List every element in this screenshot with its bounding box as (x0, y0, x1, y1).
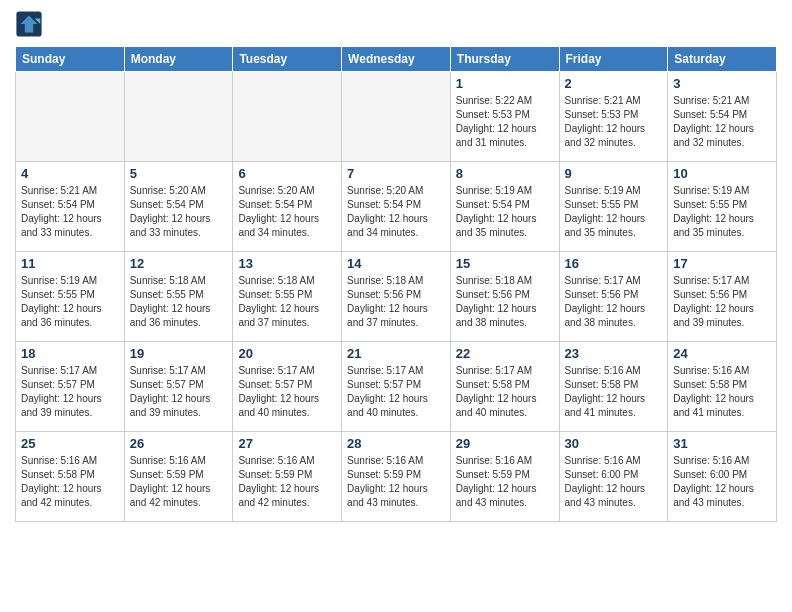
page-container: SundayMondayTuesdayWednesdayThursdayFrid… (0, 0, 792, 532)
day-info: Sunrise: 5:16 AM Sunset: 6:00 PM Dayligh… (565, 454, 663, 510)
day-number: 28 (347, 436, 445, 451)
day-number: 20 (238, 346, 336, 361)
day-info: Sunrise: 5:17 AM Sunset: 5:57 PM Dayligh… (130, 364, 228, 420)
calendar-cell (124, 72, 233, 162)
calendar-cell: 29Sunrise: 5:16 AM Sunset: 5:59 PM Dayli… (450, 432, 559, 522)
day-number: 13 (238, 256, 336, 271)
calendar-week-row: 11Sunrise: 5:19 AM Sunset: 5:55 PM Dayli… (16, 252, 777, 342)
day-number: 16 (565, 256, 663, 271)
calendar-table: SundayMondayTuesdayWednesdayThursdayFrid… (15, 46, 777, 522)
day-info: Sunrise: 5:19 AM Sunset: 5:54 PM Dayligh… (456, 184, 554, 240)
calendar-cell (233, 72, 342, 162)
calendar-cell: 14Sunrise: 5:18 AM Sunset: 5:56 PM Dayli… (342, 252, 451, 342)
day-number: 25 (21, 436, 119, 451)
calendar-cell: 25Sunrise: 5:16 AM Sunset: 5:58 PM Dayli… (16, 432, 125, 522)
day-info: Sunrise: 5:17 AM Sunset: 5:57 PM Dayligh… (238, 364, 336, 420)
day-number: 5 (130, 166, 228, 181)
logo-icon (15, 10, 43, 38)
day-number: 15 (456, 256, 554, 271)
calendar-cell: 28Sunrise: 5:16 AM Sunset: 5:59 PM Dayli… (342, 432, 451, 522)
calendar-week-row: 18Sunrise: 5:17 AM Sunset: 5:57 PM Dayli… (16, 342, 777, 432)
day-header-monday: Monday (124, 47, 233, 72)
calendar-cell: 2Sunrise: 5:21 AM Sunset: 5:53 PM Daylig… (559, 72, 668, 162)
day-info: Sunrise: 5:19 AM Sunset: 5:55 PM Dayligh… (565, 184, 663, 240)
calendar-cell: 24Sunrise: 5:16 AM Sunset: 5:58 PM Dayli… (668, 342, 777, 432)
day-header-wednesday: Wednesday (342, 47, 451, 72)
day-number: 31 (673, 436, 771, 451)
day-number: 3 (673, 76, 771, 91)
day-info: Sunrise: 5:16 AM Sunset: 5:58 PM Dayligh… (673, 364, 771, 420)
day-number: 27 (238, 436, 336, 451)
day-number: 17 (673, 256, 771, 271)
day-number: 1 (456, 76, 554, 91)
calendar-cell: 4Sunrise: 5:21 AM Sunset: 5:54 PM Daylig… (16, 162, 125, 252)
day-info: Sunrise: 5:16 AM Sunset: 5:58 PM Dayligh… (21, 454, 119, 510)
day-info: Sunrise: 5:20 AM Sunset: 5:54 PM Dayligh… (238, 184, 336, 240)
day-info: Sunrise: 5:18 AM Sunset: 5:56 PM Dayligh… (347, 274, 445, 330)
day-info: Sunrise: 5:17 AM Sunset: 5:57 PM Dayligh… (21, 364, 119, 420)
day-info: Sunrise: 5:16 AM Sunset: 5:59 PM Dayligh… (347, 454, 445, 510)
day-number: 8 (456, 166, 554, 181)
calendar-cell: 17Sunrise: 5:17 AM Sunset: 5:56 PM Dayli… (668, 252, 777, 342)
calendar-cell: 9Sunrise: 5:19 AM Sunset: 5:55 PM Daylig… (559, 162, 668, 252)
calendar-cell: 20Sunrise: 5:17 AM Sunset: 5:57 PM Dayli… (233, 342, 342, 432)
day-number: 30 (565, 436, 663, 451)
day-info: Sunrise: 5:17 AM Sunset: 5:56 PM Dayligh… (565, 274, 663, 330)
day-info: Sunrise: 5:20 AM Sunset: 5:54 PM Dayligh… (130, 184, 228, 240)
day-info: Sunrise: 5:16 AM Sunset: 5:59 PM Dayligh… (130, 454, 228, 510)
day-number: 19 (130, 346, 228, 361)
day-info: Sunrise: 5:17 AM Sunset: 5:57 PM Dayligh… (347, 364, 445, 420)
day-number: 26 (130, 436, 228, 451)
day-info: Sunrise: 5:21 AM Sunset: 5:54 PM Dayligh… (673, 94, 771, 150)
day-info: Sunrise: 5:22 AM Sunset: 5:53 PM Dayligh… (456, 94, 554, 150)
day-number: 21 (347, 346, 445, 361)
calendar-cell: 8Sunrise: 5:19 AM Sunset: 5:54 PM Daylig… (450, 162, 559, 252)
calendar-cell: 16Sunrise: 5:17 AM Sunset: 5:56 PM Dayli… (559, 252, 668, 342)
day-number: 6 (238, 166, 336, 181)
calendar-cell: 18Sunrise: 5:17 AM Sunset: 5:57 PM Dayli… (16, 342, 125, 432)
day-number: 11 (21, 256, 119, 271)
day-header-tuesday: Tuesday (233, 47, 342, 72)
logo (15, 10, 47, 38)
day-number: 7 (347, 166, 445, 181)
day-info: Sunrise: 5:20 AM Sunset: 5:54 PM Dayligh… (347, 184, 445, 240)
calendar-cell: 11Sunrise: 5:19 AM Sunset: 5:55 PM Dayli… (16, 252, 125, 342)
calendar-cell: 23Sunrise: 5:16 AM Sunset: 5:58 PM Dayli… (559, 342, 668, 432)
calendar-cell: 15Sunrise: 5:18 AM Sunset: 5:56 PM Dayli… (450, 252, 559, 342)
day-number: 24 (673, 346, 771, 361)
day-header-saturday: Saturday (668, 47, 777, 72)
header (15, 10, 777, 38)
day-number: 23 (565, 346, 663, 361)
day-number: 10 (673, 166, 771, 181)
day-number: 9 (565, 166, 663, 181)
calendar-cell: 10Sunrise: 5:19 AM Sunset: 5:55 PM Dayli… (668, 162, 777, 252)
day-number: 2 (565, 76, 663, 91)
day-info: Sunrise: 5:17 AM Sunset: 5:56 PM Dayligh… (673, 274, 771, 330)
calendar-cell: 3Sunrise: 5:21 AM Sunset: 5:54 PM Daylig… (668, 72, 777, 162)
calendar-cell: 30Sunrise: 5:16 AM Sunset: 6:00 PM Dayli… (559, 432, 668, 522)
calendar-header-row: SundayMondayTuesdayWednesdayThursdayFrid… (16, 47, 777, 72)
calendar-week-row: 4Sunrise: 5:21 AM Sunset: 5:54 PM Daylig… (16, 162, 777, 252)
day-number: 14 (347, 256, 445, 271)
day-info: Sunrise: 5:18 AM Sunset: 5:55 PM Dayligh… (238, 274, 336, 330)
day-info: Sunrise: 5:18 AM Sunset: 5:55 PM Dayligh… (130, 274, 228, 330)
day-header-sunday: Sunday (16, 47, 125, 72)
calendar-week-row: 1Sunrise: 5:22 AM Sunset: 5:53 PM Daylig… (16, 72, 777, 162)
calendar-cell: 7Sunrise: 5:20 AM Sunset: 5:54 PM Daylig… (342, 162, 451, 252)
calendar-cell: 6Sunrise: 5:20 AM Sunset: 5:54 PM Daylig… (233, 162, 342, 252)
day-number: 4 (21, 166, 119, 181)
calendar-cell: 31Sunrise: 5:16 AM Sunset: 6:00 PM Dayli… (668, 432, 777, 522)
day-info: Sunrise: 5:21 AM Sunset: 5:53 PM Dayligh… (565, 94, 663, 150)
day-info: Sunrise: 5:16 AM Sunset: 6:00 PM Dayligh… (673, 454, 771, 510)
calendar-cell (16, 72, 125, 162)
calendar-cell (342, 72, 451, 162)
day-number: 18 (21, 346, 119, 361)
day-info: Sunrise: 5:18 AM Sunset: 5:56 PM Dayligh… (456, 274, 554, 330)
calendar-cell: 1Sunrise: 5:22 AM Sunset: 5:53 PM Daylig… (450, 72, 559, 162)
day-info: Sunrise: 5:21 AM Sunset: 5:54 PM Dayligh… (21, 184, 119, 240)
calendar-cell: 26Sunrise: 5:16 AM Sunset: 5:59 PM Dayli… (124, 432, 233, 522)
calendar-cell: 12Sunrise: 5:18 AM Sunset: 5:55 PM Dayli… (124, 252, 233, 342)
day-info: Sunrise: 5:16 AM Sunset: 5:58 PM Dayligh… (565, 364, 663, 420)
day-info: Sunrise: 5:16 AM Sunset: 5:59 PM Dayligh… (238, 454, 336, 510)
day-number: 12 (130, 256, 228, 271)
